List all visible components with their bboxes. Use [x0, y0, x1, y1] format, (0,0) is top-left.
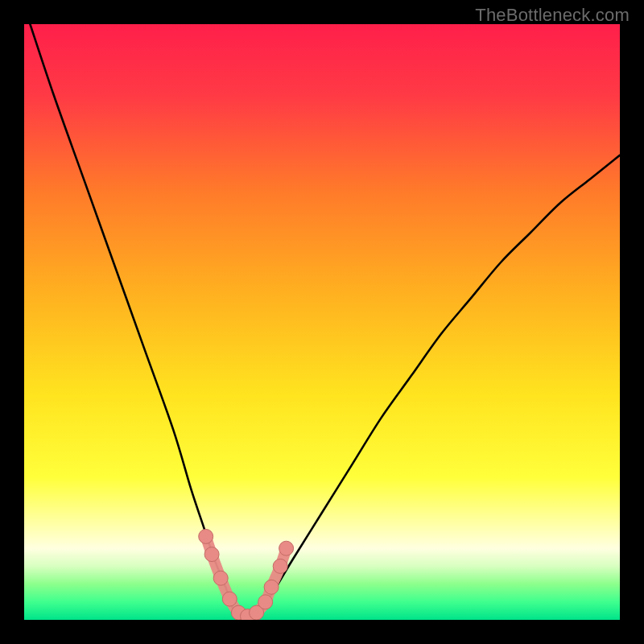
marker-dot	[204, 547, 219, 562]
bottleneck-curve	[30, 24, 620, 617]
watermark-text: TheBottleneck.com	[475, 5, 630, 26]
marker-dot	[222, 592, 237, 606]
marker-dot	[279, 541, 294, 555]
curve-layer	[24, 24, 620, 620]
marker-dot	[199, 529, 213, 543]
plot-area	[24, 24, 620, 620]
marker-dot	[213, 571, 228, 585]
marker-dot	[258, 595, 273, 609]
chart-frame: TheBottleneck.com	[0, 0, 644, 644]
marker-dot	[264, 580, 279, 594]
marker-dot	[273, 559, 287, 573]
